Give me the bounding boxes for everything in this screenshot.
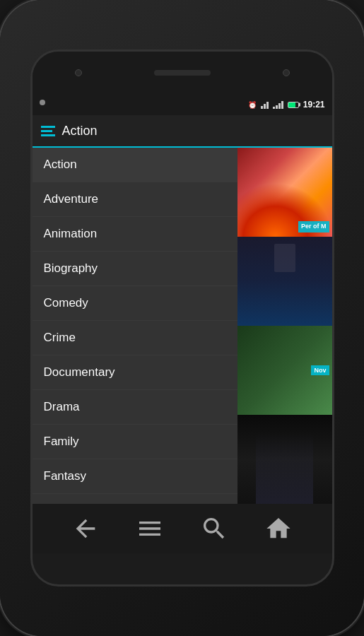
back-icon — [71, 514, 100, 543]
signal-icon — [273, 100, 283, 109]
genre-item-comedy[interactable]: Comedy — [33, 286, 237, 321]
genre-item-film-noir[interactable]: Film-Noir — [33, 494, 237, 504]
movie-label-3: Nov — [311, 365, 329, 375]
genre-item-crime[interactable]: Crime — [33, 321, 237, 355]
wifi-icon — [261, 100, 269, 109]
bottom-bezel — [33, 504, 332, 553]
genre-item-fantasy[interactable]: Fantasy — [33, 459, 237, 494]
front-camera — [75, 69, 82, 76]
sensor — [283, 69, 290, 76]
app-bar: Action — [33, 115, 332, 148]
content-area: Action Adventure Animation Biography Com… — [33, 148, 332, 504]
home-button[interactable] — [264, 514, 293, 543]
status-time: 19:21 — [303, 100, 325, 110]
movie-thumb-1[interactable]: Per of M — [237, 148, 332, 237]
genre-item-biography[interactable]: Biography — [33, 252, 237, 286]
genre-item-drama[interactable]: Drama — [33, 390, 237, 425]
genre-item-family[interactable]: Family — [33, 425, 237, 459]
status-left-icons — [40, 100, 45, 105]
top-bezel — [33, 52, 332, 94]
genre-item-animation[interactable]: Animation — [33, 217, 237, 252]
movie-label-1: Per of M — [298, 221, 329, 232]
notification-icon — [40, 100, 45, 105]
menu-button[interactable] — [136, 514, 164, 543]
movie-panel: Per of M Nov — [237, 148, 332, 504]
phone-device: ⏰ 19:21 Action — [0, 0, 364, 636]
movie-thumb-2[interactable] — [237, 237, 332, 326]
genre-item-documentary[interactable]: Documentary — [33, 355, 237, 390]
status-bar: ⏰ 19:21 — [33, 94, 332, 115]
clock-icon: ⏰ — [248, 101, 257, 109]
phone-screen-container: ⏰ 19:21 Action — [30, 49, 334, 587]
genre-item-adventure[interactable]: Adventure — [33, 182, 237, 217]
hamburger-menu-button[interactable] — [41, 126, 55, 136]
battery-icon — [288, 102, 299, 108]
genre-item-action[interactable]: Action — [33, 148, 237, 182]
home-icon — [264, 514, 293, 543]
movie-thumb-4[interactable] — [237, 415, 332, 504]
back-button[interactable] — [71, 514, 100, 543]
earpiece-speaker — [154, 70, 211, 76]
menu-icon — [136, 514, 164, 543]
genre-drawer[interactable]: Action Adventure Animation Biography Com… — [33, 148, 237, 504]
movie-thumb-3[interactable]: Nov — [237, 326, 332, 415]
search-button[interactable] — [200, 514, 228, 543]
search-icon — [200, 514, 228, 543]
screen: ⏰ 19:21 Action — [33, 94, 332, 504]
app-bar-title: Action — [62, 124, 98, 139]
